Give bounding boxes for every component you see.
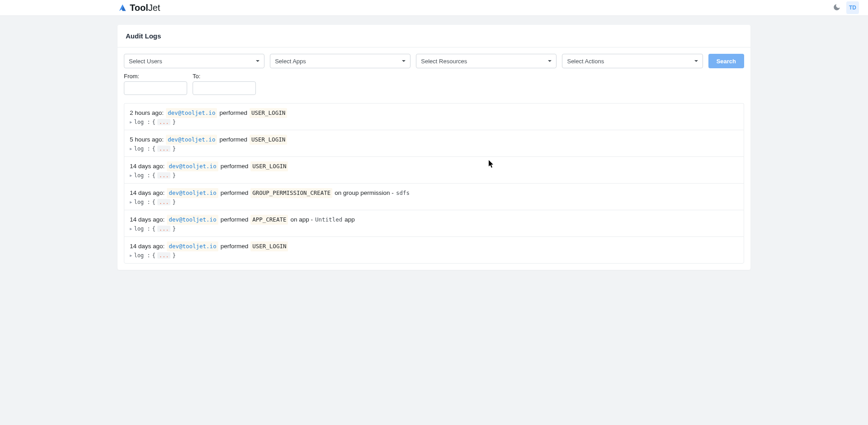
select-actions[interactable]: Select Actions [562, 54, 703, 68]
log-user: dev@tooljet.io [166, 108, 217, 118]
log-performed-word: performed [221, 241, 249, 251]
log-target-suffix: app [344, 215, 355, 225]
topbar: ToolJet TD [0, 0, 868, 16]
user-avatar[interactable]: TD [846, 1, 859, 14]
select-resources-label: Select Resources [416, 54, 557, 68]
ellipsis-icon: ... [157, 146, 171, 152]
brace-open: { [152, 146, 156, 152]
log-detail-toggle[interactable]: ▶log :{...} [130, 226, 738, 232]
search-button[interactable]: Search [708, 54, 744, 68]
from-date-input[interactable] [124, 81, 187, 95]
brace-close: } [172, 226, 175, 232]
log-performed-word: performed [219, 135, 247, 145]
log-time: 14 days ago: [130, 215, 165, 225]
log-user: dev@tooljet.io [166, 135, 217, 145]
topbar-right: TD [833, 1, 859, 14]
brace-close: } [172, 146, 175, 152]
brace-close: } [172, 119, 175, 125]
brand-logo-icon [118, 3, 127, 13]
select-users-label: Select Users [124, 54, 264, 68]
filter-row: Select Users Select Apps Select Resource… [118, 47, 750, 68]
to-label: To: [193, 73, 256, 80]
log-time: 14 days ago: [130, 241, 165, 251]
log-user: dev@tooljet.io [167, 161, 218, 171]
brace-open: { [152, 119, 156, 125]
main-content: Audit Logs Select Users Select Apps Sele… [0, 16, 868, 279]
log-detail-toggle[interactable]: ▶log :{...} [130, 146, 738, 152]
ellipsis-icon: ... [157, 199, 171, 205]
brace-close: } [172, 172, 175, 179]
log-target-name: Untitled [315, 215, 342, 224]
select-actions-label: Select Actions [562, 54, 703, 68]
log-summary: 5 hours ago:dev@tooljet.ioperformedUSER_… [130, 135, 738, 145]
expand-triangle-icon: ▶ [130, 253, 132, 258]
select-users[interactable]: Select Users [124, 54, 264, 68]
log-performed-word: performed [221, 188, 249, 198]
log-time: 5 hours ago: [130, 135, 164, 145]
log-detail-toggle[interactable]: ▶log :{...} [130, 172, 738, 179]
expand-triangle-icon: ▶ [130, 227, 132, 231]
audit-logs-card: Audit Logs Select Users Select Apps Sele… [118, 25, 750, 270]
expand-triangle-icon: ▶ [130, 200, 132, 204]
log-user: dev@tooljet.io [167, 215, 218, 225]
log-user: dev@tooljet.io [167, 188, 218, 198]
brace-open: { [152, 226, 156, 232]
log-summary: 14 days ago:dev@tooljet.ioperformedAPP_C… [130, 215, 738, 225]
select-apps[interactable]: Select Apps [270, 54, 410, 68]
from-date-group: From: [124, 73, 187, 95]
log-action: USER_LOGIN [250, 161, 288, 171]
log-target-prefix: on app - [290, 215, 313, 225]
log-target-prefix: on group permission - [335, 188, 394, 198]
card-header: Audit Logs [118, 25, 750, 47]
log-item[interactable]: 14 days ago:dev@tooljet.ioperformedAPP_C… [124, 210, 744, 236]
log-action: USER_LOGIN [250, 108, 287, 118]
brand-logo[interactable]: ToolJet [118, 3, 160, 13]
log-summary: 14 days ago:dev@tooljet.ioperformedUSER_… [130, 241, 738, 251]
ellipsis-icon: ... [157, 252, 171, 259]
brand-name: ToolJet [130, 3, 160, 13]
expand-triangle-icon: ▶ [130, 120, 132, 124]
log-detail-label: log : [134, 172, 150, 179]
expand-triangle-icon: ▶ [130, 146, 132, 151]
ellipsis-icon: ... [157, 172, 171, 179]
log-item[interactable]: 14 days ago:dev@tooljet.ioperformedUSER_… [124, 236, 744, 264]
log-detail-toggle[interactable]: ▶log :{...} [130, 119, 738, 125]
to-date-input[interactable] [193, 81, 256, 95]
log-detail-label: log : [134, 252, 150, 259]
log-detail-label: log : [134, 146, 150, 152]
log-action: APP_CREATE [250, 215, 288, 225]
log-detail-label: log : [134, 226, 150, 232]
log-detail-label: log : [134, 199, 150, 205]
log-action: USER_LOGIN [250, 241, 288, 251]
log-target-name: sdfs [396, 189, 410, 198]
ellipsis-icon: ... [157, 119, 171, 125]
log-time: 14 days ago: [130, 161, 165, 171]
select-resources[interactable]: Select Resources [416, 54, 557, 68]
log-detail-toggle[interactable]: ▶log :{...} [130, 199, 738, 205]
brace-open: { [152, 252, 156, 259]
log-item[interactable]: 5 hours ago:dev@tooljet.ioperformedUSER_… [124, 130, 744, 156]
log-performed-word: performed [221, 215, 249, 225]
from-label: From: [124, 73, 187, 80]
log-action: USER_LOGIN [250, 135, 287, 145]
log-item[interactable]: 14 days ago:dev@tooljet.ioperformedUSER_… [124, 156, 744, 183]
log-user: dev@tooljet.io [167, 241, 218, 251]
log-item[interactable]: 2 hours ago:dev@tooljet.ioperformedUSER_… [124, 103, 744, 130]
dark-mode-toggle[interactable] [833, 3, 841, 13]
brace-close: } [172, 199, 175, 205]
log-summary: 14 days ago:dev@tooljet.ioperformedUSER_… [130, 161, 738, 171]
log-summary: 14 days ago:dev@tooljet.ioperformedGROUP… [130, 188, 738, 198]
log-detail-toggle[interactable]: ▶log :{...} [130, 252, 738, 259]
log-time: 14 days ago: [130, 188, 165, 198]
brace-close: } [172, 252, 175, 259]
date-row: From: To: [118, 68, 750, 103]
log-detail-label: log : [134, 119, 150, 125]
brace-open: { [152, 199, 156, 205]
page-title: Audit Logs [126, 32, 742, 40]
expand-triangle-icon: ▶ [130, 173, 132, 178]
ellipsis-icon: ... [157, 226, 171, 232]
to-date-group: To: [193, 73, 256, 95]
log-item[interactable]: 14 days ago:dev@tooljet.ioperformedGROUP… [124, 183, 744, 210]
log-list: 2 hours ago:dev@tooljet.ioperformedUSER_… [118, 103, 750, 270]
log-performed-word: performed [221, 161, 249, 171]
